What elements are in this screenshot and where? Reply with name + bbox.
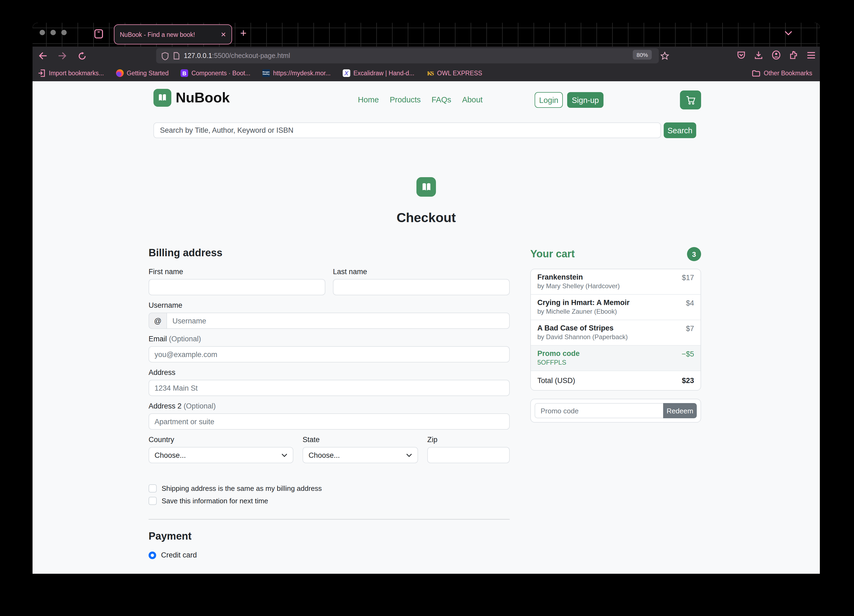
address2-field[interactable]: Apartment or suite [149,414,510,430]
search-input[interactable]: Search by Title, Author, Keyword or ISBN [154,122,661,138]
back-icon[interactable] [37,50,48,61]
cart-item-subtitle: by David Shannon (Paperback) [537,333,628,341]
username-label: Username [149,301,510,309]
address2-placeholder: Apartment or suite [154,417,215,426]
login-button[interactable]: Login [535,92,563,108]
credit-card-radio-row[interactable]: Credit card [149,551,510,559]
promo-code-input[interactable]: Promo code [535,403,663,418]
pocket-icon[interactable] [737,51,746,59]
url-path: :5500/checkout-page.html [212,52,290,59]
bookmark-mydesk[interactable]: MorganStanley https://mydesk.mor... [262,69,331,77]
chevron-down-icon [406,453,412,457]
address-field[interactable]: 1234 Main St [149,380,510,396]
promo-row-code: 5OFFPLS [537,359,580,366]
cart-item-price: $7 [686,324,694,341]
save-info-checkbox[interactable] [149,497,157,505]
bookmark-import[interactable]: Import bookmarks... [38,69,104,77]
signup-button[interactable]: Sign-up [567,92,604,108]
account-icon[interactable] [772,50,781,59]
cart-count-badge: 3 [687,247,701,261]
url-host: 127.0.0.1 [184,52,212,59]
cart-items-card: Frankenstein by Mary Shelley (Hardcover)… [530,269,701,391]
nav-home[interactable]: Home [358,95,379,104]
promo-discount-row: Promo code 5OFFPLS −$5 [531,345,700,371]
promo-code-card: Promo code Redeem [530,399,701,423]
browser-window: NuBook - Find a new book! ✕ + [32,23,820,574]
email-placeholder: you@example.com [154,350,217,358]
bookmarks-bar: Import bookmarks... Getting Started B Co… [32,65,820,81]
cart-item-title: Crying in Hmart: A Memoir [537,298,630,307]
new-tab-button[interactable]: + [240,27,246,40]
page-info-icon[interactable] [174,52,180,59]
cart-item: A Bad Case of Stripes by David Shannon (… [531,319,700,345]
zoom-level-badge[interactable]: 80% [633,50,652,59]
tab-close-icon[interactable]: ✕ [221,30,226,38]
username-placeholder: Username [172,317,206,325]
top-nav: Home Products FAQs About [358,95,483,104]
bookmark-getting-started[interactable]: Getting Started [116,69,169,77]
browser-tab[interactable]: NuBook - Find a new book! ✕ [114,24,232,44]
url-bar[interactable]: 127.0.0.1:5500/checkout-page.html [156,48,659,63]
promo-row-amount: −$5 [682,350,694,366]
username-field[interactable]: Username [166,313,510,329]
section-divider [149,519,510,520]
window-control-minimize[interactable] [50,30,56,35]
cart-button[interactable] [680,90,701,110]
address-label: Address [149,368,510,377]
bookmark-bootstrap[interactable]: B Components · Boot... [181,69,250,77]
state-label: State [303,436,418,444]
book-logo-icon [154,89,171,107]
downloads-icon[interactable] [754,51,763,59]
country-select[interactable]: Choose... [149,447,293,463]
cart-icon [686,95,695,105]
bookmark-excalidraw[interactable]: X Excalidraw | Hand-d... [343,69,415,77]
payment-heading: Payment [149,531,510,542]
container-tab-icon[interactable] [94,28,104,39]
cart-item-subtitle: by Mary Shelley (Hardcover) [537,282,620,290]
bookmark-label: Getting Started [127,70,169,76]
firefox-icon [116,69,124,77]
state-select[interactable]: Choose... [303,447,418,463]
nav-products[interactable]: Products [390,95,421,104]
nav-about[interactable]: About [462,95,483,104]
zip-field[interactable] [427,447,510,463]
extensions-icon[interactable] [790,51,798,59]
forward-icon[interactable] [57,50,68,61]
cart-total-row: Total (USD) $23 [531,371,700,390]
page-content: NuBook Home Products FAQs About Login Si… [32,81,820,574]
same-address-checkbox-row[interactable]: Shipping address is the same as my billi… [149,484,510,493]
screenshot-stage: NuBook - Find a new book! ✕ + [0,0,854,616]
reload-icon[interactable] [76,50,87,61]
bookmark-star-icon[interactable] [659,50,670,61]
other-bookmarks[interactable]: Other Bookmarks [752,70,812,77]
billing-heading: Billing address [149,247,510,259]
owl-express-icon: KS [426,69,434,77]
first-name-field[interactable] [149,279,325,295]
bookmark-label: OWL EXPRESS [437,70,482,76]
menu-hamburger-icon[interactable] [807,51,816,59]
tab-title: NuBook - Find a new book! [120,31,217,38]
redeem-button[interactable]: Redeem [663,403,697,418]
same-address-checkbox[interactable] [149,484,157,493]
promo-row-title: Promo code [537,350,580,357]
tab-list-chevron-icon[interactable] [784,30,793,36]
window-control-close[interactable] [40,30,45,35]
bookmark-owl-express[interactable]: KS OWL EXPRESS [426,69,482,77]
excalidraw-icon: X [343,69,350,77]
credit-card-radio[interactable] [149,551,156,559]
total-amount: $23 [682,377,694,385]
site-brand[interactable]: NuBook [154,89,230,107]
cart-item: Frankenstein by Mary Shelley (Hardcover)… [531,269,700,294]
nav-faqs[interactable]: FAQs [432,95,451,104]
bookmark-label: Import bookmarks... [49,70,104,76]
shield-icon[interactable] [162,52,169,60]
save-info-checkbox-row[interactable]: Save this information for next time [149,497,510,505]
search-button[interactable]: Search [664,122,696,138]
bookmark-label: Excalidraw | Hand-d... [354,70,415,76]
cart-item-subtitle: by Michelle Zauner (Ebook) [537,308,630,315]
email-field[interactable]: you@example.com [149,346,510,362]
window-control-maximize[interactable] [61,30,67,35]
last-name-field[interactable] [333,279,510,295]
username-at-prefix: @ [149,313,166,329]
browser-toolbar: 127.0.0.1:5500/checkout-page.html 80% [32,47,820,65]
